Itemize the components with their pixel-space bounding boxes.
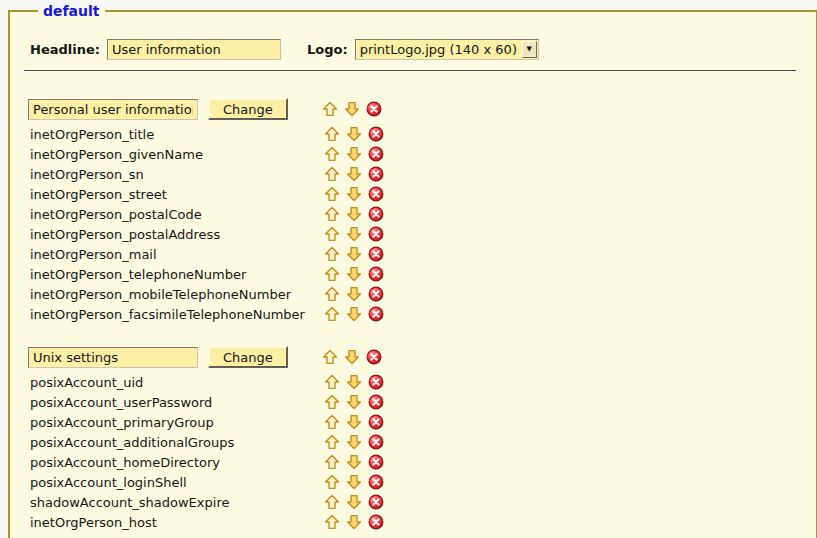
move-up-icon[interactable]	[324, 166, 340, 182]
move-up-icon[interactable]	[324, 286, 340, 302]
delete-icon[interactable]	[368, 494, 384, 510]
field-label: inetOrgPerson_host	[30, 515, 324, 530]
field-row: inetOrgPerson_postalCode	[28, 204, 798, 224]
section: ChangeinetOrgPerson_titleinetOrgPerson_g…	[28, 98, 798, 324]
move-down-icon[interactable]	[346, 374, 362, 390]
move-up-icon[interactable]	[324, 434, 340, 450]
delete-icon[interactable]	[368, 454, 384, 470]
field-label: inetOrgPerson_postalAddress	[30, 227, 324, 242]
row-actions	[324, 394, 384, 410]
section-header: Change	[28, 98, 798, 120]
delete-icon[interactable]	[366, 349, 382, 365]
delete-icon[interactable]	[368, 286, 384, 302]
field-row: inetOrgPerson_title	[28, 124, 798, 144]
move-up-icon[interactable]	[324, 306, 340, 322]
delete-icon[interactable]	[368, 306, 384, 322]
delete-icon[interactable]	[368, 126, 384, 142]
move-down-icon[interactable]	[346, 166, 362, 182]
change-button[interactable]: Change	[208, 346, 288, 368]
change-button[interactable]: Change	[208, 98, 288, 120]
move-down-icon[interactable]	[346, 226, 362, 242]
row-actions	[324, 246, 384, 262]
field-row: posixAccount_homeDirectory	[28, 452, 798, 472]
move-down-icon[interactable]	[346, 206, 362, 222]
move-up-icon[interactable]	[324, 514, 340, 530]
row-actions	[324, 226, 384, 242]
move-down-icon[interactable]	[344, 349, 360, 365]
move-up-icon[interactable]	[324, 206, 340, 222]
delete-icon[interactable]	[368, 514, 384, 530]
delete-icon[interactable]	[368, 226, 384, 242]
field-label: posixAccount_userPassword	[30, 395, 324, 410]
move-down-icon[interactable]	[346, 186, 362, 202]
field-label: shadowAccount_shadowExpire	[30, 495, 324, 510]
move-down-icon[interactable]	[346, 286, 362, 302]
delete-icon[interactable]	[368, 246, 384, 262]
logo-select[interactable]: printLogo.jpg (140 x 60)	[355, 39, 539, 60]
move-up-icon[interactable]	[324, 414, 340, 430]
move-up-icon[interactable]	[324, 394, 340, 410]
field-row: posixAccount_additionalGroups	[28, 432, 798, 452]
move-up-icon[interactable]	[324, 494, 340, 510]
field-label: inetOrgPerson_givenName	[30, 147, 324, 162]
delete-icon[interactable]	[368, 414, 384, 430]
delete-icon[interactable]	[368, 394, 384, 410]
delete-icon[interactable]	[368, 374, 384, 390]
field-row: inetOrgPerson_host	[28, 512, 798, 532]
move-up-icon[interactable]	[322, 349, 338, 365]
move-down-icon[interactable]	[346, 454, 362, 470]
move-up-icon[interactable]	[324, 146, 340, 162]
move-up-icon[interactable]	[324, 186, 340, 202]
move-up-icon[interactable]	[324, 454, 340, 470]
headline-input[interactable]	[107, 39, 281, 60]
field-label: inetOrgPerson_title	[30, 127, 324, 142]
delete-icon[interactable]	[368, 146, 384, 162]
row-actions	[324, 494, 384, 510]
field-row: posixAccount_uid	[28, 372, 798, 392]
move-down-icon[interactable]	[346, 494, 362, 510]
move-down-icon[interactable]	[346, 394, 362, 410]
delete-icon[interactable]	[368, 206, 384, 222]
field-row: posixAccount_loginShell	[28, 472, 798, 492]
move-down-icon[interactable]	[346, 126, 362, 142]
row-actions	[322, 349, 382, 365]
delete-icon[interactable]	[366, 101, 382, 117]
move-up-icon[interactable]	[322, 101, 338, 117]
move-down-icon[interactable]	[344, 101, 360, 117]
move-up-icon[interactable]	[324, 266, 340, 282]
logo-label: Logo:	[307, 42, 348, 57]
field-label: inetOrgPerson_sn	[30, 167, 324, 182]
section-title-input[interactable]	[28, 347, 198, 368]
divider	[24, 70, 796, 72]
move-up-icon[interactable]	[324, 226, 340, 242]
move-up-icon[interactable]	[324, 126, 340, 142]
move-up-icon[interactable]	[324, 474, 340, 490]
move-down-icon[interactable]	[346, 146, 362, 162]
delete-icon[interactable]	[368, 474, 384, 490]
field-row: posixAccount_userPassword	[28, 392, 798, 412]
move-up-icon[interactable]	[324, 374, 340, 390]
field-row: inetOrgPerson_telephoneNumber	[28, 264, 798, 284]
field-row: inetOrgPerson_facsimileTelephoneNumber	[28, 304, 798, 324]
fieldset-legend: default	[38, 3, 105, 19]
row-actions	[324, 186, 384, 202]
delete-icon[interactable]	[368, 434, 384, 450]
delete-icon[interactable]	[368, 186, 384, 202]
move-up-icon[interactable]	[324, 246, 340, 262]
pdf-structure-fieldset: default Headline: Logo: printLogo.jpg (1…	[8, 3, 817, 538]
row-actions	[322, 101, 382, 117]
field-label: posixAccount_uid	[30, 375, 324, 390]
section-title-input[interactable]	[28, 99, 198, 120]
delete-icon[interactable]	[368, 166, 384, 182]
move-down-icon[interactable]	[346, 474, 362, 490]
field-row: inetOrgPerson_mobileTelephoneNumber	[28, 284, 798, 304]
delete-icon[interactable]	[368, 266, 384, 282]
section-header: Change	[28, 346, 798, 368]
move-down-icon[interactable]	[346, 306, 362, 322]
move-down-icon[interactable]	[346, 266, 362, 282]
move-down-icon[interactable]	[346, 246, 362, 262]
move-down-icon[interactable]	[346, 414, 362, 430]
move-down-icon[interactable]	[346, 514, 362, 530]
move-down-icon[interactable]	[346, 434, 362, 450]
row-actions	[324, 434, 384, 450]
